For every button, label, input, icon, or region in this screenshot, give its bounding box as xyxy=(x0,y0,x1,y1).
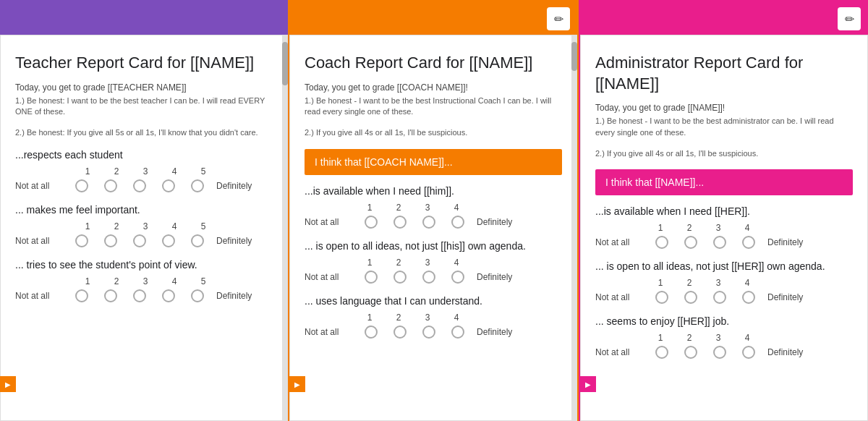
coach-q3-scale: 1 2 3 4 xyxy=(305,312,562,323)
radio-option[interactable] xyxy=(451,271,464,284)
coach-q1-circles xyxy=(357,216,472,229)
scale-num: 3 xyxy=(131,221,160,231)
not-at-all-label: Not at all xyxy=(595,237,639,247)
scale-num: 2 xyxy=(675,278,704,288)
radio-option[interactable] xyxy=(133,234,146,247)
teacher-q1-label: ...respects each student xyxy=(15,149,273,161)
admin-edit-button[interactable]: ✏ xyxy=(838,7,861,30)
teacher-q2-radio-row: Not at all Definitely xyxy=(15,234,273,247)
admin-q3-scale: 1 2 3 4 xyxy=(595,333,853,343)
coach-q3-label: ... uses language that I can understand. xyxy=(305,295,562,307)
radio-option[interactable] xyxy=(365,326,378,339)
scale-num: 2 xyxy=(384,312,413,323)
not-at-all-label: Not at all xyxy=(305,327,348,337)
radio-option[interactable] xyxy=(191,179,204,192)
scale-num: 4 xyxy=(442,258,471,268)
radio-option[interactable] xyxy=(684,346,697,359)
not-at-all-label: Not at all xyxy=(595,347,639,357)
teacher-title: Teacher Report Card for [[NAME]] xyxy=(15,53,273,74)
radio-option[interactable] xyxy=(162,179,175,192)
admin-q3-label: ... seems to enjoy [[HER]] job. xyxy=(595,315,853,327)
scale-num: 1 xyxy=(73,221,102,231)
radio-option[interactable] xyxy=(422,216,435,229)
not-at-all-label: Not at all xyxy=(595,292,639,302)
radio-option[interactable] xyxy=(162,234,175,247)
admin-subtitle: Today, you get to grade [[NAME]]! xyxy=(595,103,853,113)
admin-q3-circles xyxy=(647,346,763,359)
not-at-all-label: Not at all xyxy=(305,272,348,282)
radio-option[interactable] xyxy=(655,236,668,249)
radio-option[interactable] xyxy=(104,234,117,247)
scale-num: 3 xyxy=(704,333,733,343)
scroll-arrow-icon: ▶ xyxy=(5,380,11,388)
coach-edit-button[interactable]: ✏ xyxy=(547,7,570,30)
admin-q2-circles xyxy=(647,291,763,304)
teacher-q1-scale: 1 2 3 4 5 xyxy=(15,166,273,177)
radio-option[interactable] xyxy=(655,291,668,304)
scale-num: 1 xyxy=(646,223,675,233)
pencil-icon: ✏ xyxy=(554,12,563,26)
definitely-label: Definitely xyxy=(477,327,512,337)
scale-num: 4 xyxy=(160,221,189,231)
radio-option[interactable] xyxy=(75,289,88,302)
scrollbar[interactable] xyxy=(282,35,288,421)
definitely-label: Definitely xyxy=(216,236,252,246)
radio-option[interactable] xyxy=(451,326,464,339)
radio-option[interactable] xyxy=(133,179,146,192)
scale-num: 3 xyxy=(413,312,442,323)
admin-header: ✏ xyxy=(580,0,868,35)
teacher-q3-label: ... tries to see the student's point of … xyxy=(15,259,273,271)
scale-num: 2 xyxy=(102,276,131,286)
radio-option[interactable] xyxy=(422,271,435,284)
scale-num: 4 xyxy=(160,166,189,177)
radio-option[interactable] xyxy=(713,236,726,249)
admin-bottom-bar: ▶ xyxy=(580,376,596,392)
teacher-q3-radio-row: Not at all Definitely xyxy=(15,289,273,302)
pencil-icon: ✏ xyxy=(845,12,854,26)
radio-option[interactable] xyxy=(684,291,697,304)
radio-option[interactable] xyxy=(742,291,755,304)
admin-title: Administrator Report Card for [[NAME]] xyxy=(595,53,853,94)
scale-num: 4 xyxy=(733,278,762,288)
scale-num: 5 xyxy=(189,166,218,177)
scale-num: 2 xyxy=(675,223,704,233)
radio-option[interactable] xyxy=(742,236,755,249)
radio-option[interactable] xyxy=(393,216,407,229)
coach-q1-radio-row: Not at all Definitely xyxy=(305,216,562,229)
radio-option[interactable] xyxy=(191,234,204,247)
radio-option[interactable] xyxy=(655,346,668,359)
radio-option[interactable] xyxy=(451,216,464,229)
radio-option[interactable] xyxy=(191,289,204,302)
radio-option[interactable] xyxy=(365,271,378,284)
definitely-label: Definitely xyxy=(216,291,252,301)
admin-q3-radio-row: Not at all Definitely xyxy=(595,346,853,359)
coach-rule2: 2.) If you give all 4s or all 1s, I'll b… xyxy=(305,127,562,138)
radio-option[interactable] xyxy=(133,289,146,302)
radio-option[interactable] xyxy=(713,291,726,304)
radio-option[interactable] xyxy=(684,236,697,249)
not-at-all-label: Not at all xyxy=(15,236,59,246)
radio-option[interactable] xyxy=(365,216,378,229)
coach-header: ✏ xyxy=(289,0,577,35)
radio-option[interactable] xyxy=(104,289,117,302)
teacher-q1-circles xyxy=(67,179,212,192)
scale-num: 2 xyxy=(384,203,413,213)
not-at-all-label: Not at all xyxy=(15,181,59,191)
radio-option[interactable] xyxy=(162,289,175,302)
radio-option[interactable] xyxy=(75,234,88,247)
radio-option[interactable] xyxy=(713,346,726,359)
scroll-arrow-icon: ▶ xyxy=(585,380,591,388)
radio-option[interactable] xyxy=(393,326,407,339)
radio-option[interactable] xyxy=(75,179,88,192)
definitely-label: Definitely xyxy=(477,272,512,282)
coach-content: Coach Report Card for [[NAME]] Today, yo… xyxy=(289,35,577,421)
scale-num: 3 xyxy=(131,276,160,286)
admin-q2-radio-row: Not at all Definitely xyxy=(595,291,853,304)
radio-option[interactable] xyxy=(104,179,117,192)
radio-option[interactable] xyxy=(422,326,435,339)
radio-option[interactable] xyxy=(393,271,407,284)
scrollbar[interactable] xyxy=(571,35,577,421)
definitely-label: Definitely xyxy=(216,181,252,191)
radio-option[interactable] xyxy=(742,346,755,359)
scale-num: 4 xyxy=(160,276,189,286)
